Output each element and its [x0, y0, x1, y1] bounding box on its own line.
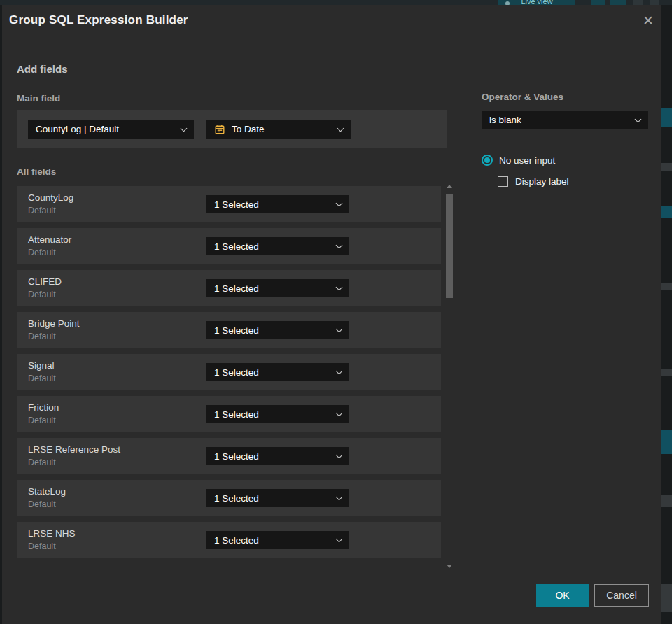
live-view-badge: Live view: [498, 0, 575, 5]
field-selected-dropdown[interactable]: 1 Selected: [206, 489, 349, 507]
main-field-label: Main field: [17, 93, 60, 104]
background-fragment: [662, 283, 672, 290]
field-selected-value: 1 Selected: [214, 283, 259, 294]
all-fields-list: CountyLog Default 1 Selected Attenuator …: [17, 186, 441, 564]
field-selected-value: 1 Selected: [214, 367, 259, 378]
main-field-container: CountyLog | Default To Date: [17, 110, 447, 148]
no-user-input-label: No user input: [499, 155, 555, 166]
field-sublabel: Default: [28, 332, 56, 341]
background-toolbar-button: [592, 0, 607, 5]
field-type-select-value: To Date: [232, 124, 265, 134]
fields-list-scrollbar[interactable]: [446, 183, 453, 568]
field-name: Signal: [28, 360, 55, 371]
background-fragment: [662, 495, 672, 507]
field-row: Attenuator Default 1 Selected: [17, 228, 441, 264]
field-selected-dropdown[interactable]: 1 Selected: [206, 405, 349, 423]
field-row: LRSE Reference Post Default 1 Selected: [17, 438, 441, 474]
background-fragment: [662, 430, 672, 454]
field-sublabel: Default: [28, 458, 56, 467]
field-row: Signal Default 1 Selected: [17, 354, 441, 390]
chevron-down-icon: [336, 536, 343, 543]
chevron-down-icon: [336, 242, 343, 249]
field-name: StateLog: [28, 486, 66, 497]
background-app-top-strip: Live view: [0, 0, 672, 5]
main-field-select-value: CountyLog | Default: [36, 124, 119, 134]
background-toolbar-button: [610, 0, 626, 5]
field-row: StateLog Default 1 Selected: [17, 480, 441, 516]
background-fragment: [662, 584, 672, 612]
field-row: LRSE NHS Default 1 Selected: [17, 522, 441, 558]
field-selected-value: 1 Selected: [214, 199, 259, 210]
field-selected-dropdown[interactable]: 1 Selected: [206, 195, 349, 213]
field-selected-dropdown[interactable]: 1 Selected: [206, 531, 349, 549]
chevron-down-icon: [336, 284, 343, 291]
field-selected-value: 1 Selected: [214, 535, 259, 546]
field-selected-value: 1 Selected: [214, 241, 259, 252]
cancel-button[interactable]: Cancel: [594, 584, 649, 607]
background-app-right-sliver: [662, 5, 672, 624]
field-selected-dropdown[interactable]: 1 Selected: [206, 237, 349, 255]
field-sublabel: Default: [28, 541, 56, 551]
display-label-label: Display label: [515, 176, 569, 187]
group-sql-expression-builder-dialog: Group SQL Expression Builder ✕ Add field…: [2, 5, 662, 624]
background-toolbar-button: [650, 0, 659, 5]
operator-select[interactable]: is blank: [482, 111, 648, 129]
field-name: CLIFED: [28, 276, 62, 287]
field-sublabel: Default: [28, 206, 56, 215]
background-toolbar-button: [634, 0, 643, 5]
close-button[interactable]: ✕: [639, 11, 657, 29]
calendar-icon: [214, 124, 225, 135]
scroll-down-icon[interactable]: [447, 565, 452, 568]
field-name: LRSE NHS: [28, 528, 76, 539]
field-sublabel: Default: [28, 374, 56, 383]
chevron-down-icon: [337, 125, 344, 132]
field-name: Attenuator: [28, 234, 71, 245]
field-selected-value: 1 Selected: [214, 493, 259, 504]
background-fragment: [662, 163, 672, 171]
field-sublabel: Default: [28, 290, 56, 299]
field-type-select[interactable]: To Date: [206, 120, 351, 139]
field-name: Bridge Point: [28, 318, 80, 329]
field-selected-dropdown[interactable]: 1 Selected: [206, 363, 349, 381]
operator-select-value: is blank: [489, 115, 522, 125]
ok-button[interactable]: OK: [536, 584, 589, 607]
field-selected-value: 1 Selected: [214, 409, 259, 420]
chevron-down-icon: [336, 326, 343, 333]
field-sublabel: Default: [28, 416, 56, 425]
field-selected-value: 1 Selected: [214, 451, 259, 462]
no-user-input-radio[interactable]: No user input: [482, 155, 555, 166]
chevron-down-icon: [336, 368, 343, 375]
vertical-divider: [463, 82, 463, 568]
close-icon: ✕: [643, 14, 654, 27]
background-fragment: [662, 108, 672, 127]
scrollbar-thumb[interactable]: [446, 194, 453, 298]
display-label-checkbox[interactable]: Display label: [498, 176, 569, 187]
operator-values-label: Operator & Values: [482, 92, 564, 102]
chevron-down-icon: [181, 125, 188, 132]
add-fields-heading: Add fields: [17, 63, 68, 75]
chevron-down-icon: [635, 115, 642, 122]
field-row: CLIFED Default 1 Selected: [17, 270, 441, 306]
field-selected-value: 1 Selected: [214, 325, 259, 336]
field-selected-dropdown[interactable]: 1 Selected: [206, 321, 349, 339]
chevron-down-icon: [336, 494, 343, 501]
field-selected-dropdown[interactable]: 1 Selected: [206, 279, 349, 297]
background-fragment: [662, 369, 672, 376]
field-name: LRSE Reference Post: [28, 444, 120, 455]
field-row: CountyLog Default 1 Selected: [17, 186, 441, 222]
scroll-up-icon[interactable]: [447, 185, 452, 188]
main-field-select[interactable]: CountyLog | Default: [28, 120, 194, 139]
field-row: Bridge Point Default 1 Selected: [17, 312, 441, 348]
field-row: Friction Default 1 Selected: [17, 396, 441, 432]
all-fields-label: All fields: [17, 166, 56, 177]
chevron-down-icon: [336, 410, 343, 417]
chevron-down-icon: [336, 452, 343, 459]
field-selected-dropdown[interactable]: 1 Selected: [206, 447, 349, 465]
field-name: Friction: [28, 402, 59, 413]
background-fragment: [662, 206, 672, 218]
field-sublabel: Default: [28, 248, 56, 257]
dialog-title: Group SQL Expression Builder: [9, 13, 188, 27]
chevron-down-icon: [336, 200, 343, 207]
checkbox-unchecked-icon: [498, 176, 508, 187]
field-sublabel: Default: [28, 499, 56, 509]
